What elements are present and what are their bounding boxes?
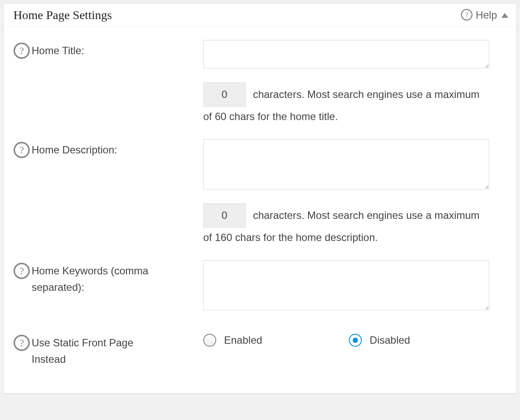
svg-text:?: ? (20, 265, 24, 277)
help-icon: ? (460, 8, 473, 21)
panel-body: ? Home Title: 0 characters. Most search … (4, 27, 516, 393)
field-col: 0 characters. Most search engines use a … (203, 139, 489, 247)
field-col (203, 260, 489, 312)
label-col: ? Home Keywords (comma separated): (13, 260, 203, 295)
radio-icon (349, 334, 362, 347)
help-icon[interactable]: ? (13, 42, 31, 60)
home-title-input[interactable] (203, 40, 489, 68)
svg-text:?: ? (465, 11, 468, 19)
home-title-char-count: 0 (203, 82, 246, 107)
radio-enabled-label: Enabled (224, 334, 262, 346)
home-description-input[interactable] (203, 139, 489, 189)
panel-title: Home Page Settings (13, 8, 112, 22)
home-page-settings-panel: Home Page Settings ? Help (3, 3, 517, 394)
row-home-keywords: ? Home Keywords (comma separated): (13, 260, 507, 312)
home-title-label: Home Title: (32, 42, 84, 59)
home-title-char-info: 0 characters. Most search engines use a … (203, 82, 489, 126)
radio-icon (203, 334, 216, 347)
field-col: Enabled Disabled (203, 332, 489, 347)
row-static-front-page: ? Use Static Front Page Instead Enabled … (13, 332, 507, 367)
radio-enabled[interactable]: Enabled (203, 334, 262, 347)
row-home-title: ? Home Title: 0 characters. Most search … (13, 40, 507, 126)
svg-text:?: ? (20, 337, 24, 348)
collapse-caret-up-icon[interactable] (501, 13, 508, 18)
help-icon[interactable]: ? (13, 334, 31, 352)
help-group: ? Help (460, 9, 508, 21)
label-col: ? Home Description: (13, 139, 203, 159)
label-col: ? Use Static Front Page Instead (13, 332, 203, 367)
help-icon[interactable]: ? (13, 262, 31, 280)
svg-text:?: ? (20, 144, 24, 156)
row-home-description: ? Home Description: 0 characters. Most s… (13, 139, 507, 247)
static-front-page-label: Use Static Front Page Instead (32, 335, 170, 367)
home-keywords-input[interactable] (203, 260, 489, 310)
field-col: 0 characters. Most search engines use a … (203, 40, 489, 126)
help-icon[interactable]: ? (13, 141, 31, 159)
home-description-char-info: 0 characters. Most search engines use a … (203, 203, 489, 247)
home-description-label: Home Description: (32, 142, 117, 158)
help-link[interactable]: ? Help (460, 9, 497, 21)
home-keywords-label: Home Keywords (comma separated): (32, 263, 170, 295)
static-front-page-radio-group: Enabled Disabled (203, 332, 489, 347)
radio-disabled[interactable]: Disabled (349, 334, 410, 347)
radio-disabled-label: Disabled (370, 334, 410, 346)
svg-text:?: ? (20, 45, 24, 56)
home-description-char-count: 0 (203, 203, 246, 228)
help-label: Help (476, 9, 497, 21)
panel-header: Home Page Settings ? Help (4, 4, 516, 27)
label-col: ? Home Title: (13, 40, 203, 60)
